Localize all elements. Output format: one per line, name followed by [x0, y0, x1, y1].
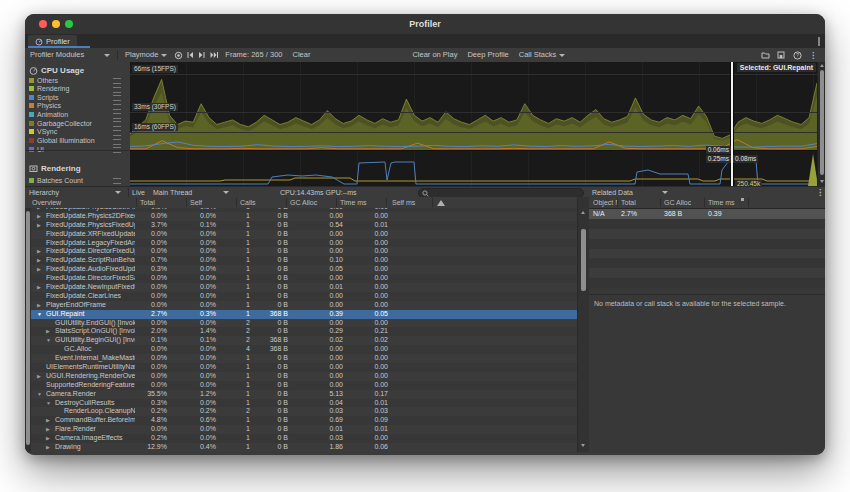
collapsed-arrow-icon[interactable]: ▶ [46, 425, 50, 434]
hierarchy-left-scrollbar[interactable] [25, 208, 31, 452]
collapsed-arrow-icon[interactable]: ▶ [46, 327, 50, 336]
drag-handle-icon[interactable] [113, 113, 121, 119]
collapsed-arrow-icon[interactable]: ▶ [46, 434, 50, 443]
hierarchy-row[interactable]: ▶FixedUpdate.Physics2DFixedUpdate0.0%0.0… [25, 212, 577, 221]
hierarchy-row[interactable]: UIElementsRuntimeUtilityNativeUpdate0.0%… [25, 363, 577, 372]
profiler-modules-dropdown[interactable]: Profiler Modules [25, 49, 115, 61]
hierarchy-scrollbar-thumb[interactable] [581, 229, 586, 291]
drag-handle-icon[interactable] [113, 130, 121, 136]
hierarchy-row[interactable]: FixedUpdate.DirectorFixedSampleTime0.0%0… [25, 274, 577, 283]
chart-scrollbar[interactable] [817, 62, 825, 186]
marker-column-icon[interactable] [437, 200, 445, 206]
hierarchy-scrollbar[interactable] [577, 197, 589, 452]
clear-button[interactable]: Clear [287, 49, 315, 61]
hierarchy-row[interactable]: ▼Camera.Render35.5%1.2%10 B5.130.17 [25, 390, 577, 399]
column-total[interactable]: Total [621, 197, 636, 208]
drag-handle-icon[interactable] [113, 178, 121, 184]
collapsed-arrow-icon[interactable]: ▶ [37, 256, 41, 265]
collapsed-arrow-icon[interactable]: ▶ [37, 221, 41, 230]
titlebar[interactable]: Profiler [25, 14, 825, 35]
search-input[interactable] [431, 190, 571, 197]
column-self[interactable]: Self [190, 197, 202, 208]
hierarchy-row[interactable]: ▼DestroyCullResults0.3%0.0%10 B0.040.01 [25, 399, 577, 408]
expanded-arrow-icon[interactable]: ▼ [46, 336, 51, 345]
hierarchy-row[interactable]: ▶StatsScript.OnGUI() [Invoke]2.0%1.4%20 … [25, 327, 577, 336]
pane-handle-icon[interactable] [818, 37, 820, 46]
column-time-ms[interactable]: Time ms [340, 197, 367, 208]
record-button[interactable] [172, 49, 184, 61]
left-scrollbar-thumb[interactable] [26, 211, 30, 445]
legend-item-global-illumination[interactable]: Global Illumination [29, 137, 127, 145]
scroll-up-icon[interactable] [820, 64, 824, 67]
hierarchy-row[interactable]: ▶Camera.ImageEffects0.2%0.0%10 B0.030.00 [25, 434, 577, 443]
column-self-ms[interactable]: Self ms [392, 197, 415, 208]
scroll-down-icon[interactable] [581, 444, 585, 447]
load-profile-icon[interactable] [759, 49, 771, 61]
profiler-charts[interactable]: 66ms (15FPS) 33ms (30FPS) 16ms (60FPS) S… [130, 62, 825, 186]
hierarchy-row[interactable]: ▶CommandBuffer.BeforeImageEffects4.8%0.6… [25, 416, 577, 425]
hierarchy-row[interactable]: ▶FixedUpdate.ScriptRunBehaviourFixedUpda… [25, 256, 577, 265]
legend-item-scripts[interactable]: Scripts [29, 93, 127, 101]
column-object-name[interactable]: Object Name [593, 197, 617, 208]
hierarchy-row[interactable]: FixedUpdate.XRFixedUpdate0.0%0.0%10 B0.0… [25, 230, 577, 239]
target-mode-dropdown[interactable]: Playmode [120, 49, 172, 61]
hierarchy-row[interactable]: ▶FixedUpdate.AudioFixedUpdate0.3%0.0%10 … [25, 265, 577, 274]
hierarchy-row[interactable]: ▶Flare.Render0.0%0.0%10 B0.010.01 [25, 425, 577, 434]
chart-scrollbar-thumb[interactable] [820, 70, 824, 175]
rendering-module-header[interactable]: Rendering [29, 163, 81, 173]
current-frame-line[interactable] [730, 62, 734, 186]
drag-handle-icon[interactable] [113, 87, 121, 93]
hierarchy-row[interactable]: SupportedRenderingFeatures.active0.0%0.0… [25, 381, 577, 390]
hierarchy-row[interactable]: ▶FixedUpdate.NewInputFixedUpdate0.0%0.0%… [25, 283, 577, 292]
hierarchy-row[interactable]: RenderLoop.CleanupNodeQueue0.2%0.2%20 B0… [25, 407, 577, 416]
hierarchy-row[interactable]: ▶FixedUpdate.DirectorFixedUpdate0.0%0.0%… [25, 247, 577, 256]
save-profile-icon[interactable] [775, 49, 787, 61]
legend-item-others[interactable]: Others [29, 76, 127, 84]
hierarchy-row[interactable]: ▶PlayerEndOfFrame0.0%0.0%10 B0.000.00 [25, 301, 577, 310]
collapsed-arrow-icon[interactable]: ▶ [46, 416, 50, 425]
collapsed-arrow-icon[interactable]: ▶ [37, 265, 41, 274]
collapsed-arrow-icon[interactable]: ▶ [37, 247, 41, 256]
expanded-arrow-icon[interactable]: ▼ [37, 390, 42, 399]
legend-item-batches-count[interactable]: Batches Count [29, 176, 127, 184]
current-frame-button[interactable] [208, 49, 220, 61]
deep-profile-toggle[interactable]: Deep Profile [462, 49, 513, 61]
hierarchy-row[interactable]: ▶FixedUpdate.PhysicsFixedUpdate3.7%0.1%1… [25, 221, 577, 230]
drag-handle-icon[interactable] [113, 139, 121, 145]
hierarchy-row[interactable]: FixedUpdate.ClearLines0.0%0.0%10 B0.000.… [25, 292, 577, 301]
drag-handle-icon[interactable] [113, 95, 121, 101]
drag-handle-icon[interactable] [113, 104, 121, 110]
legend-item-animation[interactable]: Animation [29, 111, 127, 119]
related-data-row-selected[interactable]: N/A 2.7% 368 B 0.39 [589, 209, 825, 219]
prev-frame-button[interactable] [184, 49, 196, 61]
column-calls[interactable]: Calls [240, 197, 256, 208]
help-icon[interactable]: ? [791, 49, 803, 61]
expanded-arrow-icon[interactable]: ▼ [37, 310, 42, 319]
collapsed-arrow-icon[interactable]: ▶ [37, 283, 41, 292]
column-gc-alloc[interactable]: GC Alloc [664, 197, 691, 208]
scroll-up-icon[interactable] [581, 211, 585, 214]
legend-item-garbagecollector[interactable]: GarbageCollector [29, 119, 127, 127]
hierarchy-row[interactable]: FixedUpdate.LegacyFixedAnimationUpdate0.… [25, 239, 577, 248]
call-stacks-dropdown[interactable]: Call Stacks [514, 49, 571, 61]
collapsed-arrow-icon[interactable]: ▶ [37, 301, 41, 310]
column-overview[interactable]: Overview [32, 197, 61, 208]
collapsed-arrow-icon[interactable]: ▶ [37, 212, 41, 221]
hierarchy-row-selected[interactable]: ▼GUI.Repaint2.7%0.3%1368 B0.390.05 [25, 310, 577, 319]
hierarchy-row[interactable]: GC.Alloc0.0%0.0%4368 B0.000.00 [25, 345, 577, 354]
column-gc-alloc[interactable]: GC Alloc [290, 197, 317, 208]
clear-on-play-toggle[interactable]: Clear on Play [407, 49, 462, 61]
hierarchy-row[interactable]: ▼GUIUtility.BeginGUI() [Invoke]0.1%0.1%2… [25, 336, 577, 345]
expanded-arrow-icon[interactable]: ▼ [46, 399, 51, 408]
legend-item-vsync[interactable]: VSync [29, 128, 127, 136]
cpu-usage-module-header[interactable]: CPU Usage [29, 65, 84, 75]
collapsed-arrow-icon[interactable]: ▶ [46, 443, 50, 452]
kebab-menu-icon[interactable]: ⋮ [807, 49, 819, 61]
legend-item-rendering[interactable]: Rendering [29, 85, 127, 93]
hierarchy-row[interactable]: ▶Drawing12.9%0.4%10 B1.860.06 [25, 443, 577, 452]
column-time-ms[interactable]: Time ms [708, 197, 735, 208]
scroll-down-icon[interactable] [820, 180, 824, 183]
hierarchy-row[interactable]: GUIUtility.EndGUI() [Invoke]0.0%0.0%20 B… [25, 319, 577, 328]
collapsed-arrow-icon[interactable]: ▶ [37, 372, 41, 381]
column-total[interactable]: Total [140, 197, 155, 208]
